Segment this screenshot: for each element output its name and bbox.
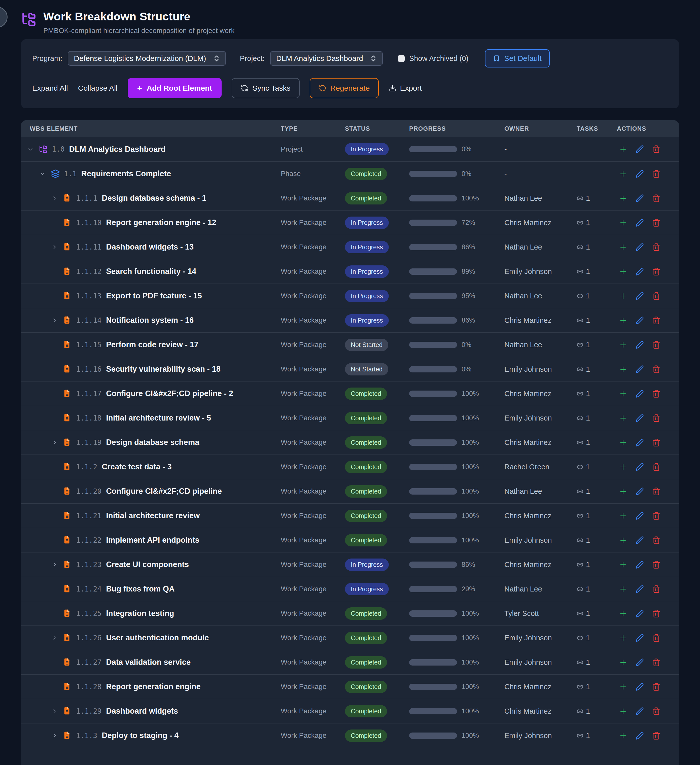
tasks-cell[interactable]: 1 [577, 609, 617, 618]
delete-button[interactable] [652, 633, 661, 642]
delete-button[interactable] [652, 267, 661, 276]
edit-button[interactable] [635, 438, 644, 447]
edit-button[interactable] [635, 340, 644, 349]
table-row[interactable]: 1.1.19 Design database schema Work Packa… [21, 430, 679, 455]
delete-button[interactable] [652, 218, 661, 227]
edit-button[interactable] [635, 365, 644, 374]
delete-button[interactable] [652, 658, 661, 667]
add-child-button[interactable] [618, 291, 628, 301]
delete-button[interactable] [652, 682, 661, 691]
tasks-cell[interactable]: 1 [577, 658, 617, 667]
add-child-button[interactable] [618, 487, 628, 496]
edit-button[interactable] [635, 169, 644, 178]
add-child-button[interactable] [618, 389, 628, 398]
tasks-cell[interactable]: 1 [577, 536, 617, 545]
add-child-button[interactable] [618, 535, 628, 545]
table-row[interactable]: 1.1.20 Configure CI&#x2F;CD pipeline Wor… [21, 479, 679, 504]
table-row[interactable]: 1.1.18 Initial architecture review - 5 W… [21, 406, 679, 430]
table-row[interactable]: 1.0 DLM Analytics Dashboard Project In P… [21, 137, 679, 161]
table-row[interactable]: 1.1.26 User authentication module Work P… [21, 625, 679, 650]
table-row[interactable]: 1.1.1 Design database schema - 1 Work Pa… [21, 186, 679, 210]
table-row[interactable]: 1.1.13 Export to PDF feature - 15 Work P… [21, 283, 679, 308]
table-row[interactable]: 1.1.3 Deploy to staging - 4 Work Package… [21, 723, 679, 748]
tasks-cell[interactable]: 1 [577, 585, 617, 593]
edit-button[interactable] [635, 609, 644, 618]
tasks-cell[interactable]: 1 [577, 365, 617, 373]
add-child-button[interactable] [618, 731, 628, 740]
edit-button[interactable] [635, 218, 644, 227]
sync-tasks-button[interactable]: Sync Tasks [232, 78, 299, 98]
edit-button[interactable] [635, 707, 644, 716]
add-child-button[interactable] [618, 218, 628, 227]
tasks-cell[interactable]: 1 [577, 683, 617, 691]
table-row[interactable]: 1.1.2 Create test data - 3 Work Package … [21, 455, 679, 479]
tasks-cell[interactable]: 1 [577, 243, 617, 251]
table-row[interactable]: 1.1.25 Integration testing Work Package … [21, 601, 679, 625]
edit-button[interactable] [635, 658, 644, 667]
tasks-cell[interactable]: 1 [577, 194, 617, 203]
add-child-button[interactable] [618, 194, 628, 203]
add-child-button[interactable] [618, 316, 628, 325]
table-row[interactable]: 1.1.14 Notification system - 16 Work Pac… [21, 308, 679, 332]
edit-button[interactable] [635, 560, 644, 569]
expand-chevron[interactable] [39, 170, 51, 177]
expand-chevron[interactable] [51, 244, 63, 250]
tasks-cell[interactable]: 1 [577, 463, 617, 471]
edit-button[interactable] [635, 414, 644, 423]
add-child-button[interactable] [618, 462, 628, 471]
expand-chevron[interactable] [51, 634, 63, 641]
delete-button[interactable] [652, 560, 661, 569]
expand-chevron[interactable] [51, 708, 63, 715]
add-child-button[interactable] [618, 584, 628, 593]
tasks-cell[interactable]: 1 [577, 341, 617, 349]
table-row[interactable]: 1.1.24 Bug fixes from QA Work Package In… [21, 577, 679, 601]
table-row[interactable]: 1.1.15 Perform code review - 17 Work Pac… [21, 332, 679, 357]
tasks-cell[interactable]: 1 [577, 316, 617, 324]
edit-button[interactable] [635, 242, 644, 252]
delete-button[interactable] [652, 731, 661, 740]
tasks-cell[interactable]: 1 [577, 634, 617, 642]
export-button[interactable]: Export [389, 84, 422, 93]
edit-button[interactable] [635, 194, 644, 203]
delete-button[interactable] [652, 194, 661, 203]
edit-button[interactable] [635, 316, 644, 325]
delete-button[interactable] [652, 462, 661, 471]
edit-button[interactable] [635, 682, 644, 691]
delete-button[interactable] [652, 316, 661, 325]
expand-chevron[interactable] [51, 195, 63, 201]
set-default-button[interactable]: Set Default [485, 49, 549, 68]
table-row[interactable]: 1.1.28 Report generation engine Work Pac… [21, 674, 679, 699]
table-row[interactable]: 1.1.17 Configure CI&#x2F;CD pipeline - 2… [21, 381, 679, 406]
add-child-button[interactable] [618, 242, 628, 252]
add-child-button[interactable] [618, 633, 628, 642]
add-child-button[interactable] [618, 609, 628, 618]
delete-button[interactable] [652, 340, 661, 349]
expand-chevron[interactable] [51, 561, 63, 568]
tasks-cell[interactable]: 1 [577, 512, 617, 520]
collapse-all-button[interactable]: Collapse All [78, 84, 118, 93]
table-row[interactable]: 1.1.22 Implement API endpoints Work Pack… [21, 528, 679, 552]
edit-button[interactable] [635, 145, 644, 154]
edit-button[interactable] [635, 584, 644, 593]
table-row[interactable]: 1.1.11 Dashboard widgets - 13 Work Packa… [21, 235, 679, 259]
add-child-button[interactable] [618, 267, 628, 276]
add-root-element-button[interactable]: + Add Root Element [127, 78, 222, 98]
edit-button[interactable] [635, 535, 644, 545]
table-row[interactable]: 1.1.27 Data validation service Work Pack… [21, 650, 679, 674]
tasks-cell[interactable]: 1 [577, 732, 617, 740]
edit-button[interactable] [635, 389, 644, 398]
delete-button[interactable] [652, 242, 661, 252]
add-child-button[interactable] [618, 145, 628, 154]
edit-button[interactable] [635, 462, 644, 471]
project-select[interactable]: DLM Analytics Dashboard [270, 51, 383, 66]
edit-button[interactable] [635, 267, 644, 276]
add-child-button[interactable] [618, 438, 628, 447]
expand-chevron[interactable] [51, 439, 63, 446]
delete-button[interactable] [652, 291, 661, 301]
add-child-button[interactable] [618, 658, 628, 667]
table-row[interactable]: 1.1.21 Initial architecture review Work … [21, 504, 679, 528]
table-row[interactable]: 1.1 Requirements Complete Phase Complete… [21, 161, 679, 186]
tasks-cell[interactable]: 1 [577, 438, 617, 447]
expand-chevron[interactable] [51, 732, 63, 739]
table-row[interactable]: 1.1.10 Report generation engine - 12 Wor… [21, 210, 679, 235]
